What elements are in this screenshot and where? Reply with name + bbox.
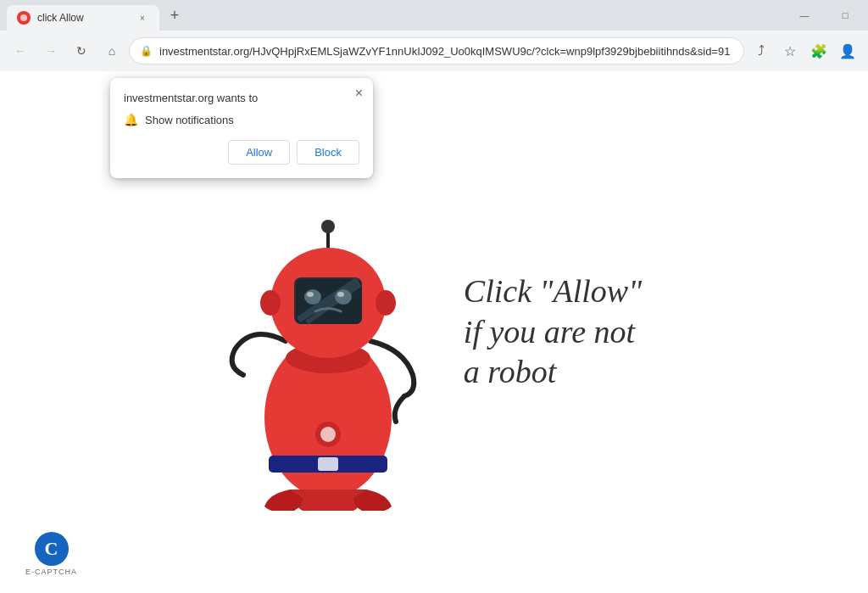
block-button[interactable]: Block [297, 140, 359, 165]
page-content: × investmentstar.org wants to 🔔 Show not… [0, 71, 868, 593]
tab-title: click Allow [37, 12, 129, 24]
main-text-line3: a robot [464, 352, 642, 393]
permission-text: Show notifications [145, 114, 234, 126]
bell-icon: 🔔 [124, 113, 138, 126]
popup-title: investmentstar.org wants to [124, 92, 359, 104]
share-button[interactable]: ⤴ [748, 37, 775, 64]
extensions-button[interactable]: 🧩 [805, 37, 832, 64]
new-tab-button[interactable]: + [163, 3, 186, 27]
home-button[interactable]: ⌂ [98, 37, 125, 64]
notification-popup: × investmentstar.org wants to 🔔 Show not… [110, 78, 373, 178]
refresh-button[interactable]: ↻ [68, 37, 95, 64]
main-text-line2: if you are not [464, 312, 642, 353]
svg-point-9 [335, 289, 352, 305]
allow-button[interactable]: Allow [228, 140, 290, 165]
tab-close-button[interactable]: × [136, 11, 149, 25]
tab-bar: click Allow × + — □ [0, 0, 868, 31]
bookmark-button[interactable]: ☆ [776, 37, 804, 64]
nav-icons: ⤴ ☆ 🧩 👤 [748, 37, 861, 64]
lock-icon: 🔒 [140, 45, 153, 57]
svg-point-15 [321, 220, 335, 233]
captcha-label: E-CAPTCHA [25, 568, 77, 576]
svg-point-10 [307, 292, 314, 297]
svg-point-13 [376, 290, 396, 316]
captcha-c-letter: C [35, 532, 69, 566]
popup-buttons: Allow Block [124, 140, 359, 165]
navigation-bar: ← → ↻ ⌂ 🔒 investmentstar.org/HJvQHpjRxEM… [0, 31, 868, 71]
forward-button[interactable]: → [37, 37, 64, 64]
svg-point-11 [337, 292, 344, 297]
popup-permission: 🔔 Show notifications [124, 113, 359, 126]
active-tab[interactable]: click Allow × [7, 5, 159, 31]
tab-favicon [17, 11, 31, 25]
svg-point-17 [320, 427, 336, 442]
minimize-button[interactable]: — [785, 2, 824, 29]
main-text: Click "Allow" if you are not a robot [464, 271, 642, 393]
address-text: investmentstar.org/HJvQHpjRxEMLSjaWZvYF1… [159, 45, 733, 58]
back-button[interactable]: ← [7, 37, 34, 64]
svg-point-8 [304, 289, 321, 305]
window-controls: — □ [785, 0, 868, 31]
popup-close-button[interactable]: × [355, 87, 363, 100]
robot-illustration [209, 171, 447, 494]
svg-point-12 [260, 290, 281, 316]
browser-frame: click Allow × + — □ ← → ↻ ⌂ 🔒 in [0, 0, 868, 593]
maximize-button[interactable]: □ [826, 2, 865, 29]
ecaptcha-logo: C E-CAPTCHA [25, 532, 77, 576]
main-text-line1: Click "Allow" [464, 271, 642, 312]
svg-rect-19 [318, 457, 338, 471]
address-bar[interactable]: 🔒 investmentstar.org/HJvQHpjRxEMLSjaWZvY… [129, 37, 744, 64]
profile-button[interactable]: 👤 [834, 37, 861, 64]
